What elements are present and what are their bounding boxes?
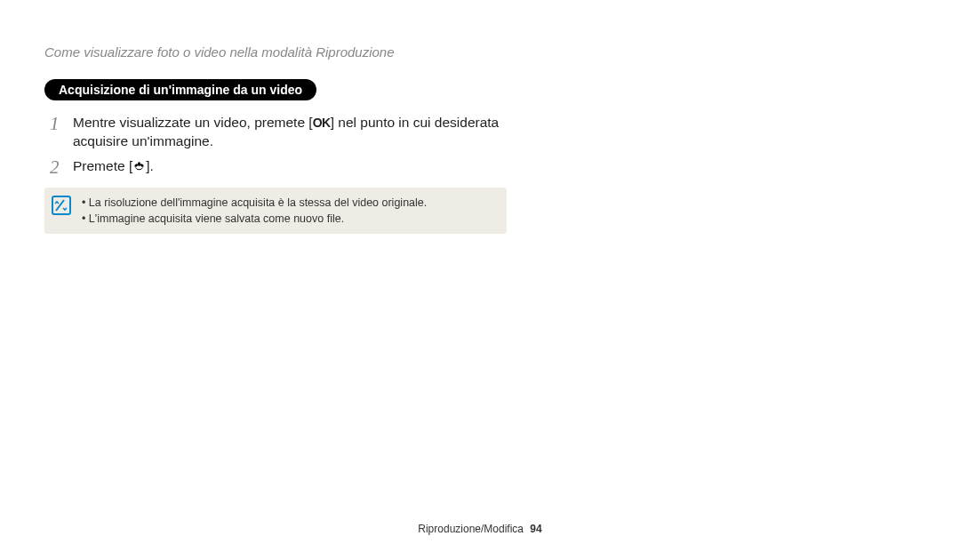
page-header: Come visualizzare foto o video nella mod… xyxy=(44,44,907,60)
svg-point-0 xyxy=(138,162,140,166)
footer-page-number: 94 xyxy=(530,523,541,535)
note-box: La risoluzione dell'immagine acquisita è… xyxy=(44,188,507,234)
note-item: L'immagine acquisita viene salvata come … xyxy=(82,211,427,227)
ok-icon: OK xyxy=(313,116,331,130)
step-number: 2 xyxy=(50,156,73,179)
note-icon xyxy=(52,196,71,215)
step-number: 1 xyxy=(50,113,73,135)
step-text-post: ]. xyxy=(146,158,154,173)
section-title-pill: Acquisizione di un'immagine da un video xyxy=(44,79,316,100)
step-item: 1 Mentre visualizzate un video, premete … xyxy=(50,113,512,151)
page-footer: Riproduzione/Modifica 94 xyxy=(0,523,960,535)
svg-point-2 xyxy=(140,164,144,168)
svg-point-1 xyxy=(134,164,139,168)
step-text-pre: Premete [ xyxy=(73,158,132,173)
step-text: Premete []. xyxy=(73,156,154,176)
step-text-pre: Mentre visualizzate un video, premete [ xyxy=(73,115,313,130)
step-list: 1 Mentre visualizzate un video, premete … xyxy=(50,113,512,179)
macro-icon xyxy=(132,158,146,173)
step-text: Mentre visualizzate un video, premete [O… xyxy=(73,113,512,151)
note-list: La risoluzione dell'immagine acquisita è… xyxy=(82,195,427,227)
step-item: 2 Premete []. xyxy=(50,156,512,179)
document-page: Come visualizzare foto o video nella mod… xyxy=(0,0,960,234)
note-item: La risoluzione dell'immagine acquisita è… xyxy=(82,195,427,211)
footer-section: Riproduzione/Modifica xyxy=(418,523,524,535)
